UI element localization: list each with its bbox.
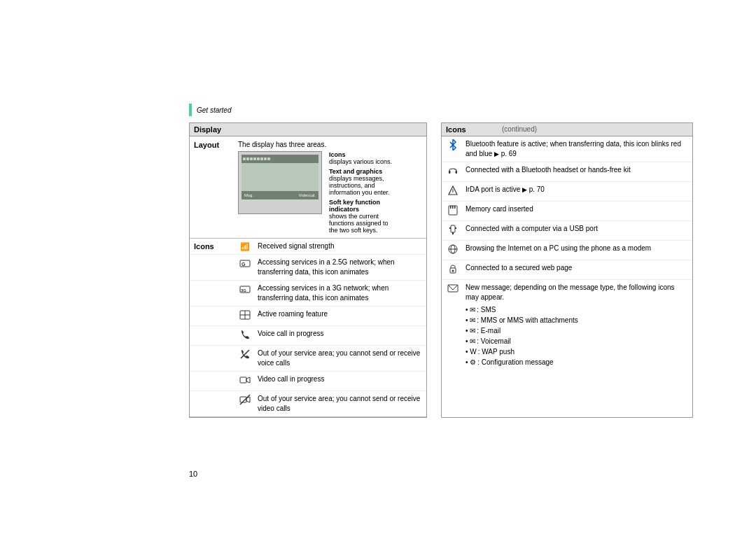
get-started-label: Get started xyxy=(189,104,231,116)
3g-icon: 3G xyxy=(238,283,252,297)
icon-row-usb: Connected with a computer via a USB port xyxy=(442,221,692,241)
msg-type-voicemail: ✉: Voicemail xyxy=(465,336,688,346)
svg-rect-24 xyxy=(455,227,456,229)
icon-row-message: New message; depending on the message ty… xyxy=(442,280,692,370)
icon-row-2g: G Accessing services in a 2.5G network; … xyxy=(190,255,426,281)
message-types-list: ✉: SMS ✉: MMS or MMS with attachments ✉:… xyxy=(465,304,688,367)
icon-row-modem: Browsing the Internet on a PC using the … xyxy=(442,241,692,260)
icon-row-no-call: Out of your service area; you cannot sen… xyxy=(190,346,426,372)
memcard-desc: Memory card inserted xyxy=(465,204,688,214)
annotation-softkey: Soft key functionindicators shows the cu… xyxy=(329,199,392,234)
svg-rect-19 xyxy=(452,206,454,209)
annotation-icons: Icons displays various icons. xyxy=(329,151,392,165)
svg-point-29 xyxy=(452,270,454,272)
call-desc: Voice call in progress xyxy=(258,329,422,339)
2g-icon: G xyxy=(238,258,252,271)
svg-rect-22 xyxy=(452,232,454,234)
call-icon xyxy=(238,329,252,342)
svg-marker-9 xyxy=(246,377,250,383)
3g-desc: Accessing services in a 3G network; when… xyxy=(258,283,422,303)
irda-icon xyxy=(446,185,460,198)
icon-row-headset: Connected with a Bluetooth headset or ha… xyxy=(442,162,692,182)
main-content: Display Layout The display has three are… xyxy=(189,122,721,418)
memcard-icon xyxy=(446,204,460,218)
svg-rect-13 xyxy=(449,171,451,174)
phone-annotations: Icons displays various icons. Text and g… xyxy=(329,151,392,234)
signal-icon xyxy=(238,241,252,251)
no-video-desc: Out of your service area; you cannot sen… xyxy=(258,394,422,414)
icon-row-irda: IrDA port is active p. 70 xyxy=(442,182,692,202)
icons-continued-label: Icons xyxy=(442,123,498,136)
usb-icon xyxy=(446,224,460,237)
icon-row-no-video: Out of your service area; you cannot sen… xyxy=(190,391,426,416)
headset-desc: Connected with a Bluetooth headset or ha… xyxy=(465,165,688,175)
icon-row-memcard: Memory card inserted xyxy=(442,202,692,221)
2g-desc: Accessing services in a 2.5G network; wh… xyxy=(258,258,422,277)
page: Get started Display Layout The display h… xyxy=(0,0,756,534)
video-call-desc: Video call in progress xyxy=(258,374,422,384)
msg-type-email: ✉: E-mail xyxy=(465,325,688,336)
bluetooth-icon xyxy=(446,139,460,153)
green-accent-bar xyxy=(189,104,192,116)
phone-mockup: Msg. Videocal. xyxy=(238,151,322,214)
headset-icon xyxy=(446,165,460,178)
phone-soft-keys: Msg. Videocal. xyxy=(241,191,318,199)
svg-text:3G: 3G xyxy=(241,288,246,293)
icons-continued-header: Icons (continued) xyxy=(442,123,692,136)
display-section-header: Display xyxy=(190,123,426,136)
icon-row-call: Voice call in progress xyxy=(190,326,426,346)
no-call-desc: Out of your service area; you cannot sen… xyxy=(258,349,422,368)
icons-continued-sub: (continued) xyxy=(498,123,541,136)
svg-rect-14 xyxy=(456,171,458,174)
msg-type-wap: W: WAP push xyxy=(465,346,688,357)
msg-type-sms: ✉: SMS xyxy=(465,304,688,315)
icon-row-3g: 3G Accessing services in a 3G network; w… xyxy=(190,281,426,307)
msg-type-config: ⚙: Configuration message xyxy=(465,357,688,367)
no-video-icon xyxy=(238,394,252,407)
icons-label: Icons xyxy=(194,241,232,251)
icons-section: Icons Received signal strength G Accessi… xyxy=(190,239,426,417)
signal-desc: Received signal strength xyxy=(258,241,422,251)
svg-line-12 xyxy=(240,395,250,405)
phone-top-bar xyxy=(241,155,318,163)
left-column: Display Layout The display has three are… xyxy=(189,122,427,418)
svg-rect-21 xyxy=(451,225,455,232)
msg-type-mms: ✉: MMS or MMS with attachments xyxy=(465,315,688,325)
message-desc: New message; depending on the message ty… xyxy=(465,283,688,367)
layout-label: Layout xyxy=(194,141,232,234)
icon-row-video: Video call in progress xyxy=(190,372,426,391)
svg-rect-23 xyxy=(449,227,451,229)
svg-text:G: G xyxy=(241,262,246,267)
phone-display-area xyxy=(241,163,318,191)
no-call-icon xyxy=(238,349,252,362)
phone-screen: Msg. Videocal. xyxy=(241,155,318,199)
message-icon xyxy=(446,283,460,296)
svg-rect-20 xyxy=(454,206,456,209)
icons-label-spacer xyxy=(194,258,232,258)
roam-icon xyxy=(238,309,252,323)
icon-row-roam: Active roaming feature xyxy=(190,307,426,326)
right-column: Icons (continued) Bluetooth feature is a… xyxy=(441,122,693,418)
icon-row-secure: Connected to a secured web page xyxy=(442,260,692,280)
video-call-icon xyxy=(238,374,252,388)
irda-desc: IrDA port is active p. 70 xyxy=(465,185,688,195)
annotation-text-graphics: Text and graphics displays messages,inst… xyxy=(329,168,392,196)
secure-desc: Connected to a secured web page xyxy=(465,263,688,273)
svg-rect-8 xyxy=(240,377,246,383)
layout-content: The display has three areas. xyxy=(238,141,422,234)
icon-row-signal: Icons Received signal strength xyxy=(190,239,426,255)
svg-rect-18 xyxy=(450,206,451,209)
usb-desc: Connected with a computer via a USB port xyxy=(465,224,688,234)
roam-desc: Active roaming feature xyxy=(258,309,422,319)
secure-icon xyxy=(446,263,460,276)
modem-desc: Browsing the Internet on a PC using the … xyxy=(465,244,688,253)
icon-row-bluetooth: Bluetooth feature is active; when transf… xyxy=(442,136,692,162)
page-number: 10 xyxy=(189,470,197,478)
bluetooth-desc: Bluetooth feature is active; when transf… xyxy=(465,139,688,159)
modem-icon xyxy=(446,244,460,257)
section-label: Get started xyxy=(197,106,231,114)
layout-description: The display has three areas. xyxy=(238,141,422,148)
layout-row: Layout The display has three areas. xyxy=(190,136,426,239)
